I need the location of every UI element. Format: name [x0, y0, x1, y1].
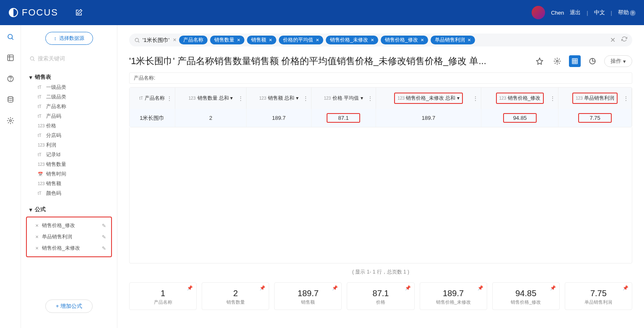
column-menu-icon[interactable]: ⋮: [550, 95, 556, 102]
clear-all-icon[interactable]: ✕: [610, 36, 615, 44]
chip-remove-icon[interactable]: ✕: [467, 38, 471, 42]
column-header[interactable]: 123 销售价格_未修改 总和 ▾⋮: [376, 88, 481, 109]
query-chip[interactable]: 产品名称: [179, 36, 208, 44]
refresh-icon[interactable]: [621, 36, 627, 44]
tree-section-sales[interactable]: ▾ 销售表: [26, 73, 112, 81]
edit-icon[interactable]: ✎: [102, 223, 106, 229]
query-chip[interactable]: 销售价格_未修改✕: [326, 36, 378, 44]
pin-icon[interactable]: 📌: [550, 285, 556, 291]
nav-help-icon[interactable]: [6, 75, 15, 83]
summary-card[interactable]: 📌87.1价格: [347, 282, 414, 310]
remove-icon[interactable]: ✕: [35, 246, 39, 251]
formula-item[interactable]: ✕销售价格_未修改✎: [29, 243, 109, 254]
column-menu-icon[interactable]: ⋮: [166, 95, 172, 102]
field-item[interactable]: 123销售额: [26, 179, 112, 189]
column-header[interactable]: 123 价格 平均值 ▾⋮: [311, 88, 376, 109]
field-item[interactable]: 123销售数量: [26, 160, 112, 169]
query-chip[interactable]: 价格的平均值✕: [279, 36, 323, 44]
field-item[interactable]: 📅销售时间: [26, 169, 112, 179]
operations-button[interactable]: 操作 ▾: [604, 55, 632, 67]
edit-icon[interactable]: ✎: [102, 245, 106, 251]
column-header[interactable]: 123 销售数量 总和 ▾⋮: [175, 88, 247, 109]
help-link[interactable]: 帮助?: [618, 9, 636, 16]
query-chip[interactable]: 销售数量✕: [210, 36, 244, 44]
query-chip[interactable]: 销售价格_修改✕: [381, 36, 428, 44]
column-menu-icon[interactable]: ⋮: [238, 95, 244, 102]
tree-section-formula[interactable]: ▾ 公式: [26, 206, 112, 213]
remove-icon[interactable]: ✕: [35, 223, 39, 228]
summary-card[interactable]: 📌189.7销售价格_未修改: [420, 282, 487, 310]
column-menu-icon[interactable]: ⋮: [473, 95, 478, 102]
summary-card[interactable]: 📌94.85销售价格_修改: [492, 282, 560, 310]
chip-remove-icon[interactable]: ✕: [316, 38, 319, 42]
query-chip[interactable]: 销售额✕: [247, 36, 276, 44]
select-source-button[interactable]: ↕选择数据源: [45, 32, 93, 45]
formula-item[interactable]: ✕销售价格_修改✎: [29, 220, 109, 231]
column-menu-icon[interactable]: ⋮: [303, 95, 309, 102]
field-item[interactable]: tT一级品类: [26, 83, 112, 92]
formula-item[interactable]: ✕单品销售利润✎: [29, 231, 109, 243]
pin-icon[interactable]: 📌: [332, 285, 338, 291]
chip-remove-icon[interactable]: ✕: [237, 38, 240, 42]
logo-icon: [8, 8, 18, 18]
nav-settings-icon[interactable]: [6, 116, 15, 125]
pin-icon[interactable]: 📌: [405, 285, 411, 291]
gear-icon[interactable]: [551, 55, 563, 67]
column-type-icon: 123: [324, 96, 331, 101]
lang-link[interactable]: 中文: [594, 9, 605, 16]
column-header[interactable]: 123 单品销售利润⋮: [558, 88, 632, 109]
field-item[interactable]: tT颜色码: [26, 189, 112, 198]
edit-icon[interactable]: [75, 9, 83, 16]
field-item[interactable]: tT记录Id: [26, 150, 112, 160]
card-label: 销售额: [278, 299, 338, 305]
title-bar: '1米长围巾' 产品名称销售数量销售额 价格的平均值销售价格_未修改销售价格_修…: [129, 55, 632, 67]
field-item[interactable]: 123利润: [26, 140, 112, 150]
chart-view-icon[interactable]: [587, 55, 598, 67]
field-item[interactable]: tT分店码: [26, 131, 112, 140]
pin-icon[interactable]: 📌: [478, 285, 483, 291]
field-item[interactable]: tT产品名称: [26, 102, 112, 111]
logout-link[interactable]: 退出: [570, 9, 581, 16]
table-cell: 87.1: [311, 109, 376, 127]
column-header[interactable]: tT 产品名称⋮: [130, 88, 175, 109]
card-label: 销售数量: [205, 299, 265, 305]
field-item[interactable]: tT二级品类: [26, 92, 112, 102]
nav-search-icon[interactable]: [6, 33, 15, 41]
query-bar[interactable]: '1米长围巾' ✕ 产品名称销售数量✕销售额✕价格的平均值✕销售价格_未修改✕销…: [129, 34, 632, 46]
column-menu-icon[interactable]: ⋮: [367, 95, 373, 102]
nav-data-icon[interactable]: [6, 96, 15, 104]
table-row[interactable]: 1米长围巾2189.787.1189.794.857.75: [130, 109, 632, 127]
search-keyword-input[interactable]: 搜索关键词: [26, 53, 112, 64]
avatar[interactable]: [532, 6, 545, 19]
summary-card[interactable]: 📌7.75单品销售利润: [565, 282, 632, 310]
table-cell: 189.7: [376, 109, 481, 127]
nav-dashboard-icon[interactable]: [6, 54, 15, 62]
clear-text-icon[interactable]: ✕: [173, 37, 177, 43]
chip-remove-icon[interactable]: ✕: [269, 38, 272, 42]
pin-icon[interactable]: [534, 55, 545, 67]
column-header[interactable]: 123 销售价格_修改⋮: [481, 88, 558, 109]
field-type-icon: tT: [38, 104, 44, 109]
pin-icon[interactable]: 📌: [623, 285, 628, 291]
card-label: 产品名称: [133, 299, 193, 305]
column-menu-icon[interactable]: ⋮: [623, 95, 629, 102]
chip-label: 销售数量: [214, 36, 234, 44]
summary-card[interactable]: 📌2销售数量: [202, 282, 269, 310]
summary-card[interactable]: 📌189.7销售额: [274, 282, 342, 310]
pin-icon[interactable]: 📌: [187, 285, 193, 291]
page-title: '1米长围巾' 产品名称销售数量销售额 价格的平均值销售价格_未修改销售价格_修…: [129, 55, 486, 67]
remove-icon[interactable]: ✕: [35, 235, 39, 239]
pin-icon[interactable]: 📌: [260, 285, 265, 291]
table-view-icon[interactable]: [569, 55, 581, 67]
field-item[interactable]: tT产品码: [26, 111, 112, 121]
chip-label: 销售价格_未修改: [330, 36, 368, 44]
edit-icon[interactable]: ✎: [102, 234, 106, 240]
add-formula-button[interactable]: + 增加公式: [45, 300, 93, 313]
column-type-icon: tT: [139, 96, 143, 101]
column-header[interactable]: 123 销售额 总和 ▾⋮: [247, 88, 311, 109]
query-chip[interactable]: 单品销售利润✕: [431, 36, 475, 44]
chip-remove-icon[interactable]: ✕: [371, 38, 374, 42]
summary-card[interactable]: 📌1产品名称: [129, 282, 197, 310]
field-item[interactable]: 123价格: [26, 121, 112, 131]
chip-remove-icon[interactable]: ✕: [421, 38, 424, 42]
